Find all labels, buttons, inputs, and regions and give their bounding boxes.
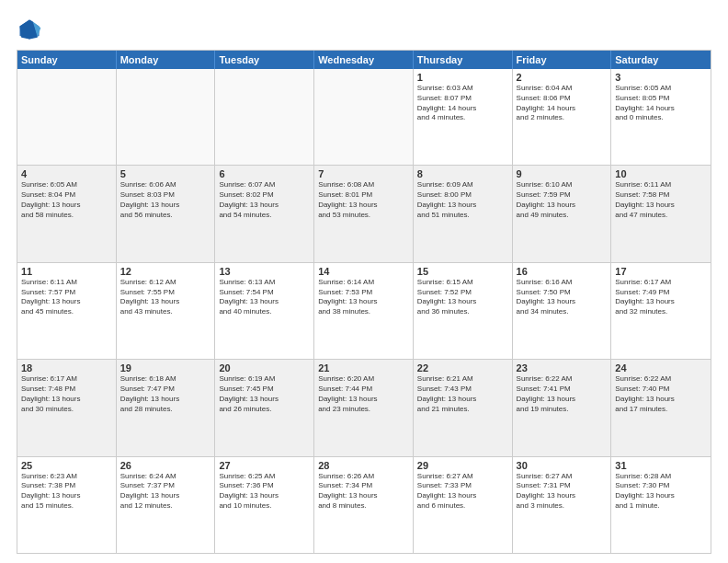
day-cell-2: 2Sunrise: 6:04 AM Sunset: 8:06 PM Daylig… [513, 69, 612, 165]
day-number: 7 [318, 168, 409, 179]
day-cell-29: 29Sunrise: 6:27 AM Sunset: 7:33 PM Dayli… [414, 457, 513, 553]
day-number: 6 [219, 168, 310, 179]
day-number: 14 [318, 266, 409, 277]
day-cell-10: 10Sunrise: 6:11 AM Sunset: 7:58 PM Dayli… [611, 166, 711, 261]
day-cell-19: 19Sunrise: 6:18 AM Sunset: 7:47 PM Dayli… [117, 360, 216, 455]
day-number: 30 [517, 460, 608, 471]
day-cell-12: 12Sunrise: 6:12 AM Sunset: 7:55 PM Dayli… [117, 263, 216, 359]
cell-info: Sunrise: 6:25 AM Sunset: 7:36 PM Dayligh… [219, 472, 310, 511]
empty-cell [117, 69, 216, 165]
cell-info: Sunrise: 6:11 AM Sunset: 7:58 PM Dayligh… [615, 180, 707, 220]
cell-info: Sunrise: 6:19 AM Sunset: 7:45 PM Dayligh… [219, 374, 310, 414]
week-row-2: 11Sunrise: 6:11 AM Sunset: 7:57 PM Dayli… [17, 262, 711, 359]
cell-info: Sunrise: 6:03 AM Sunset: 8:07 PM Dayligh… [417, 84, 508, 123]
page: SundayMondayTuesdayWednesdayThursdayFrid… [0, 0, 728, 563]
day-number: 13 [219, 266, 310, 277]
calendar-body: 1Sunrise: 6:03 AM Sunset: 8:07 PM Daylig… [17, 69, 711, 553]
day-cell-26: 26Sunrise: 6:24 AM Sunset: 7:37 PM Dayli… [117, 457, 216, 553]
day-cell-15: 15Sunrise: 6:15 AM Sunset: 7:52 PM Dayli… [414, 263, 513, 359]
day-cell-8: 8Sunrise: 6:09 AM Sunset: 8:00 PM Daylig… [414, 166, 513, 261]
header-day-wednesday: Wednesday [314, 51, 414, 69]
day-number: 10 [615, 168, 707, 179]
cell-info: Sunrise: 6:05 AM Sunset: 8:05 PM Dayligh… [615, 84, 707, 123]
cell-info: Sunrise: 6:14 AM Sunset: 7:53 PM Dayligh… [318, 278, 409, 317]
day-cell-5: 5Sunrise: 6:06 AM Sunset: 8:03 PM Daylig… [117, 166, 216, 261]
day-cell-16: 16Sunrise: 6:16 AM Sunset: 7:50 PM Dayli… [513, 263, 612, 359]
cell-info: Sunrise: 6:09 AM Sunset: 8:00 PM Dayligh… [417, 180, 508, 220]
day-cell-30: 30Sunrise: 6:27 AM Sunset: 7:31 PM Dayli… [513, 457, 612, 553]
day-number: 26 [120, 460, 211, 471]
cell-info: Sunrise: 6:22 AM Sunset: 7:40 PM Dayligh… [615, 374, 707, 414]
day-cell-14: 14Sunrise: 6:14 AM Sunset: 7:53 PM Dayli… [314, 263, 414, 359]
cell-info: Sunrise: 6:11 AM Sunset: 7:57 PM Dayligh… [21, 278, 112, 317]
cell-info: Sunrise: 6:05 AM Sunset: 8:04 PM Dayligh… [21, 180, 112, 220]
day-cell-18: 18Sunrise: 6:17 AM Sunset: 7:48 PM Dayli… [17, 360, 117, 455]
day-cell-21: 21Sunrise: 6:20 AM Sunset: 7:44 PM Dayli… [314, 360, 414, 455]
cell-info: Sunrise: 6:21 AM Sunset: 7:43 PM Dayligh… [417, 374, 508, 414]
cell-info: Sunrise: 6:16 AM Sunset: 7:50 PM Dayligh… [517, 278, 608, 317]
day-number: 9 [517, 168, 608, 179]
cell-info: Sunrise: 6:28 AM Sunset: 7:30 PM Dayligh… [615, 472, 707, 511]
day-number: 4 [21, 168, 112, 179]
logo-icon [17, 17, 42, 42]
day-cell-11: 11Sunrise: 6:11 AM Sunset: 7:57 PM Dayli… [17, 263, 117, 359]
day-number: 22 [417, 362, 508, 373]
day-number: 17 [615, 266, 707, 277]
cell-info: Sunrise: 6:15 AM Sunset: 7:52 PM Dayligh… [417, 278, 508, 317]
cell-info: Sunrise: 6:12 AM Sunset: 7:55 PM Dayligh… [120, 278, 211, 317]
header-day-tuesday: Tuesday [215, 51, 314, 69]
week-row-1: 4Sunrise: 6:05 AM Sunset: 8:04 PM Daylig… [17, 165, 711, 261]
cell-info: Sunrise: 6:27 AM Sunset: 7:31 PM Dayligh… [517, 472, 608, 511]
header [17, 17, 711, 42]
day-number: 25 [21, 460, 112, 471]
day-number: 19 [120, 362, 211, 373]
day-cell-24: 24Sunrise: 6:22 AM Sunset: 7:40 PM Dayli… [611, 360, 711, 455]
cell-info: Sunrise: 6:17 AM Sunset: 7:49 PM Dayligh… [615, 278, 707, 317]
day-cell-28: 28Sunrise: 6:26 AM Sunset: 7:34 PM Dayli… [314, 457, 414, 553]
day-number: 27 [219, 460, 310, 471]
cell-info: Sunrise: 6:08 AM Sunset: 8:01 PM Dayligh… [318, 180, 409, 220]
day-cell-22: 22Sunrise: 6:21 AM Sunset: 7:43 PM Dayli… [414, 360, 513, 455]
day-cell-27: 27Sunrise: 6:25 AM Sunset: 7:36 PM Dayli… [215, 457, 314, 553]
day-number: 21 [318, 362, 409, 373]
day-number: 16 [517, 266, 608, 277]
day-cell-7: 7Sunrise: 6:08 AM Sunset: 8:01 PM Daylig… [314, 166, 414, 261]
empty-cell [17, 69, 117, 165]
day-cell-17: 17Sunrise: 6:17 AM Sunset: 7:49 PM Dayli… [611, 263, 711, 359]
day-number: 11 [21, 266, 112, 277]
day-cell-25: 25Sunrise: 6:23 AM Sunset: 7:38 PM Dayli… [17, 457, 117, 553]
cell-info: Sunrise: 6:17 AM Sunset: 7:48 PM Dayligh… [21, 374, 112, 414]
cell-info: Sunrise: 6:23 AM Sunset: 7:38 PM Dayligh… [21, 472, 112, 511]
header-day-thursday: Thursday [414, 51, 513, 69]
day-number: 23 [517, 362, 608, 373]
day-number: 28 [318, 460, 409, 471]
empty-cell [215, 69, 314, 165]
cell-info: Sunrise: 6:27 AM Sunset: 7:33 PM Dayligh… [417, 472, 508, 511]
day-number: 29 [417, 460, 508, 471]
day-number: 8 [417, 168, 508, 179]
cell-info: Sunrise: 6:26 AM Sunset: 7:34 PM Dayligh… [318, 472, 409, 511]
cell-info: Sunrise: 6:06 AM Sunset: 8:03 PM Dayligh… [120, 180, 211, 220]
day-cell-9: 9Sunrise: 6:10 AM Sunset: 7:59 PM Daylig… [513, 166, 612, 261]
day-cell-1: 1Sunrise: 6:03 AM Sunset: 8:07 PM Daylig… [414, 69, 513, 165]
cell-info: Sunrise: 6:24 AM Sunset: 7:37 PM Dayligh… [120, 472, 211, 511]
day-number: 15 [417, 266, 508, 277]
day-cell-13: 13Sunrise: 6:13 AM Sunset: 7:54 PM Dayli… [215, 263, 314, 359]
day-number: 24 [615, 362, 707, 373]
cell-info: Sunrise: 6:13 AM Sunset: 7:54 PM Dayligh… [219, 278, 310, 317]
day-cell-3: 3Sunrise: 6:05 AM Sunset: 8:05 PM Daylig… [611, 69, 711, 165]
cell-info: Sunrise: 6:20 AM Sunset: 7:44 PM Dayligh… [318, 374, 409, 414]
day-cell-4: 4Sunrise: 6:05 AM Sunset: 8:04 PM Daylig… [17, 166, 117, 261]
week-row-3: 18Sunrise: 6:17 AM Sunset: 7:48 PM Dayli… [17, 359, 711, 455]
header-day-friday: Friday [513, 51, 612, 69]
day-cell-23: 23Sunrise: 6:22 AM Sunset: 7:41 PM Dayli… [513, 360, 612, 455]
day-cell-31: 31Sunrise: 6:28 AM Sunset: 7:30 PM Dayli… [611, 457, 711, 553]
header-day-monday: Monday [117, 51, 216, 69]
day-number: 2 [517, 72, 608, 83]
calendar-header: SundayMondayTuesdayWednesdayThursdayFrid… [17, 51, 711, 69]
day-number: 20 [219, 362, 310, 373]
day-number: 3 [615, 72, 707, 83]
empty-cell [314, 69, 414, 165]
svg-marker-2 [20, 20, 38, 40]
day-cell-6: 6Sunrise: 6:07 AM Sunset: 8:02 PM Daylig… [215, 166, 314, 261]
